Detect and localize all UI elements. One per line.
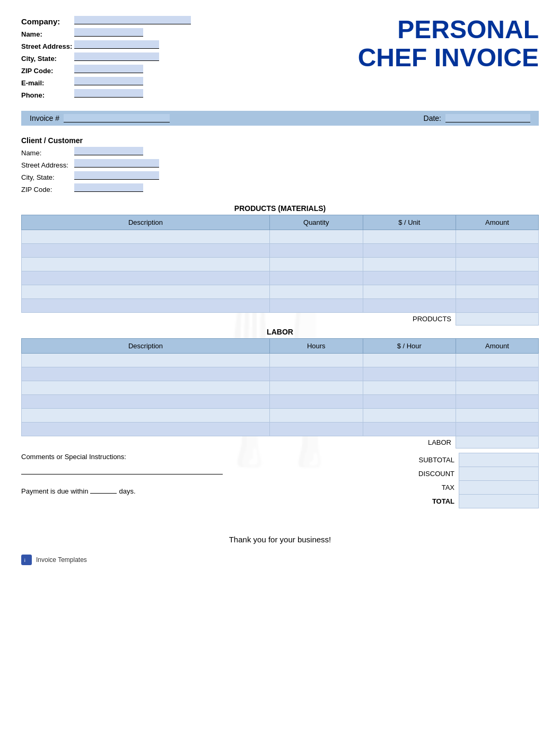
summary-totals: SUBTOTAL DISCOUNT TAX TOTAL	[380, 453, 539, 508]
l-rate-2[interactable]	[363, 367, 456, 381]
l-rate-4[interactable]	[363, 394, 456, 408]
p-unit-6[interactable]	[363, 299, 456, 313]
company-input[interactable]	[74, 16, 191, 24]
invoice-number-area: Invoice #	[30, 114, 170, 122]
p-qty-6[interactable]	[270, 299, 363, 313]
l-hrs-1[interactable]	[270, 353, 363, 367]
tax-value[interactable]	[459, 481, 539, 495]
labor-row-4	[22, 394, 539, 408]
p-unit-2[interactable]	[363, 244, 456, 258]
products-row-4	[22, 271, 539, 285]
total-value[interactable]	[459, 495, 539, 508]
p-amount-4[interactable]	[456, 271, 539, 285]
date-input[interactable]	[445, 114, 530, 122]
p-qty-1[interactable]	[270, 230, 363, 244]
email-input[interactable]	[74, 77, 143, 85]
p-desc-4[interactable]	[22, 271, 270, 285]
invoice-num-label: Invoice #	[30, 114, 59, 122]
l-desc-1[interactable]	[22, 353, 270, 367]
invoice-title: PERSONAL CHEF INVOICE	[358, 16, 539, 72]
city-row: City, State:	[21, 52, 358, 63]
l-amount-2[interactable]	[456, 367, 539, 381]
client-city-input[interactable]	[74, 171, 159, 180]
street-input[interactable]	[74, 40, 159, 49]
date-area: Date:	[424, 114, 530, 122]
l-hrs-4[interactable]	[270, 394, 363, 408]
l-rate-6[interactable]	[363, 422, 456, 436]
p-desc-5[interactable]	[22, 285, 270, 299]
p-desc-1[interactable]	[22, 230, 270, 244]
client-city-label: City, State:	[21, 173, 74, 181]
p-amount-3[interactable]	[456, 258, 539, 271]
products-row-2	[22, 244, 539, 258]
subtotal-value[interactable]	[459, 453, 539, 467]
products-row-6	[22, 299, 539, 313]
city-label: City, State:	[21, 55, 74, 63]
name-input[interactable]	[74, 28, 143, 37]
discount-row: DISCOUNT	[380, 467, 539, 481]
labor-total-row: LABOR	[22, 436, 539, 449]
p-desc-2[interactable]	[22, 244, 270, 258]
zip-input[interactable]	[74, 65, 143, 73]
email-row: E-mail:	[21, 77, 358, 87]
l-desc-4[interactable]	[22, 394, 270, 408]
l-desc-2[interactable]	[22, 367, 270, 381]
p-amount-2[interactable]	[456, 244, 539, 258]
l-hrs-6[interactable]	[270, 422, 363, 436]
products-row-3	[22, 258, 539, 271]
p-unit-5[interactable]	[363, 285, 456, 299]
labor-row-5	[22, 408, 539, 422]
company-row: Company:	[21, 16, 358, 26]
discount-value[interactable]	[459, 467, 539, 481]
p-amount-1[interactable]	[456, 230, 539, 244]
labor-col-desc: Description	[22, 338, 270, 353]
l-hrs-3[interactable]	[270, 381, 363, 394]
p-desc-6[interactable]	[22, 299, 270, 313]
invoice-number-input[interactable]	[64, 114, 170, 122]
subtotal-row: SUBTOTAL	[380, 453, 539, 467]
client-name-input[interactable]	[74, 147, 143, 155]
p-qty-5[interactable]	[270, 285, 363, 299]
l-amount-1[interactable]	[456, 353, 539, 367]
p-amount-6[interactable]	[456, 299, 539, 313]
footer: i Invoice Templates	[21, 555, 539, 565]
products-col-desc: Description	[22, 215, 270, 230]
l-hrs-2[interactable]	[270, 367, 363, 381]
p-amount-5[interactable]	[456, 285, 539, 299]
l-rate-3[interactable]	[363, 381, 456, 394]
p-qty-3[interactable]	[270, 258, 363, 271]
products-total-value[interactable]	[456, 313, 539, 326]
client-zip-input[interactable]	[74, 183, 143, 192]
street-row: Street Address:	[21, 40, 358, 50]
p-unit-4[interactable]	[363, 271, 456, 285]
l-amount-4[interactable]	[456, 394, 539, 408]
payment-text-before: Payment is due within	[21, 487, 88, 495]
client-name-row: Name:	[21, 147, 539, 157]
labor-total-value[interactable]	[456, 436, 539, 449]
p-desc-3[interactable]	[22, 258, 270, 271]
l-desc-6[interactable]	[22, 422, 270, 436]
phone-input[interactable]	[74, 89, 143, 98]
labor-col-hours: Hours	[270, 338, 363, 353]
labor-section: LABOR Description Hours $ / Hour Amount	[21, 328, 539, 449]
l-desc-5[interactable]	[22, 408, 270, 422]
l-amount-5[interactable]	[456, 408, 539, 422]
p-unit-1[interactable]	[363, 230, 456, 244]
l-amount-6[interactable]	[456, 422, 539, 436]
p-qty-4[interactable]	[270, 271, 363, 285]
comments-section: Comments or Special Instructions: Paymen…	[21, 453, 358, 495]
p-qty-2[interactable]	[270, 244, 363, 258]
city-input[interactable]	[74, 52, 159, 61]
bottom-section: Comments or Special Instructions: Paymen…	[21, 453, 539, 508]
l-hrs-5[interactable]	[270, 408, 363, 422]
l-amount-3[interactable]	[456, 381, 539, 394]
invoice-bar: Invoice # Date:	[21, 111, 539, 126]
client-street-input[interactable]	[74, 159, 159, 168]
l-desc-3[interactable]	[22, 381, 270, 394]
p-unit-3[interactable]	[363, 258, 456, 271]
payment-days-input[interactable]	[90, 485, 117, 494]
products-col-unit: $ / Unit	[363, 215, 456, 230]
l-rate-5[interactable]	[363, 408, 456, 422]
comments-input[interactable]	[21, 464, 223, 474]
l-rate-1[interactable]	[363, 353, 456, 367]
